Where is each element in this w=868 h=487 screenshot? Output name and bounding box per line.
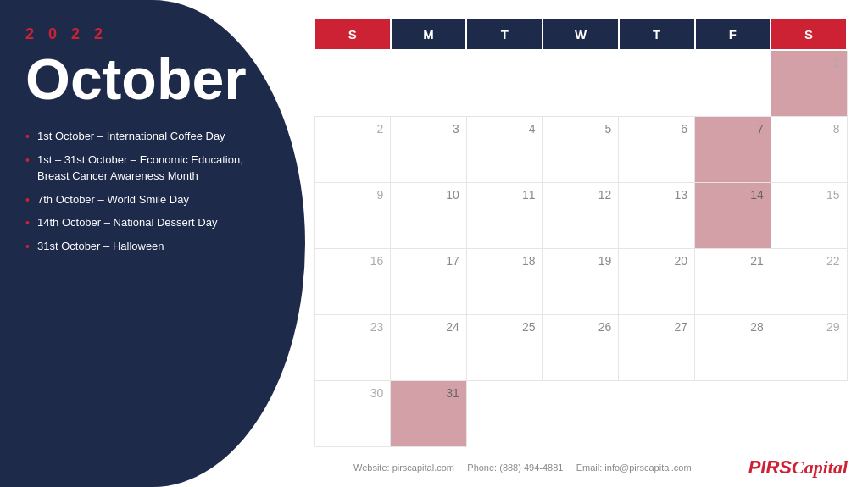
header-tuesday: T — [466, 18, 542, 50]
footer-website: Website: pirscapital.com — [353, 462, 454, 473]
calendar-day: 20 — [619, 248, 695, 314]
calendar-day: 12 — [542, 182, 619, 248]
calendar-day: 7 — [695, 116, 771, 182]
calendar-day: 15 — [771, 182, 847, 248]
calendar-day — [466, 380, 542, 446]
footer-contact: Website: pirscapital.com Phone: (888) 49… — [314, 462, 732, 473]
calendar-day: 17 — [391, 248, 467, 314]
calendar-day — [771, 380, 847, 446]
calendar-day: 14 — [695, 182, 771, 248]
calendar-day — [391, 50, 467, 116]
calendar-day: 10 — [391, 182, 467, 248]
footer-logo: PIRSCapital — [748, 457, 848, 479]
header-thursday: T — [619, 18, 695, 50]
footer: Website: pirscapital.com Phone: (888) 49… — [314, 451, 848, 479]
footer-phone: Phone: (888) 494-4881 — [467, 462, 563, 473]
calendar-day: 8 — [771, 116, 847, 182]
calendar-day: 3 — [391, 116, 467, 182]
calendar-table: S M T W T F S 12345678910111213141516171… — [314, 17, 848, 447]
calendar-week-row: 16171819202122 — [314, 248, 847, 314]
footer-logo-cursive: Capital — [792, 457, 848, 478]
calendar-day — [542, 380, 619, 446]
calendar-week-row: 9101112131415 — [314, 182, 847, 248]
main-container: 2 0 2 2 October 1st October – Internatio… — [0, 0, 868, 487]
month-title: October — [25, 50, 271, 108]
calendar-day: 16 — [314, 248, 391, 314]
calendar-body: 1234567891011121314151617181920212223242… — [314, 50, 847, 447]
calendar-day: 27 — [619, 314, 695, 380]
calendar-day: 4 — [466, 116, 542, 182]
calendar-day — [314, 50, 391, 116]
header-sunday: S — [314, 18, 391, 50]
calendar-day — [466, 50, 542, 116]
calendar-day: 5 — [542, 116, 619, 182]
calendar-week-row: 23242526272829 — [314, 314, 847, 380]
calendar-header-row: S M T W T F S — [314, 18, 847, 50]
event-item: 7th October – World Smile Day — [25, 191, 271, 208]
left-panel: 2 0 2 2 October 1st October – Internatio… — [0, 0, 305, 487]
calendar-day — [695, 380, 771, 446]
calendar-week-row: 1 — [314, 50, 847, 116]
calendar-day: 13 — [619, 182, 695, 248]
year-label: 2 0 2 2 — [25, 25, 271, 43]
calendar-day — [619, 50, 695, 116]
calendar-day: 28 — [695, 314, 771, 380]
calendar-day: 23 — [314, 314, 391, 380]
calendar-day: 25 — [466, 314, 542, 380]
calendar-day: 26 — [542, 314, 619, 380]
events-list: 1st October – International Coffee Day1s… — [25, 128, 271, 261]
calendar-day: 21 — [695, 248, 771, 314]
event-item: 14th October – National Dessert Day — [25, 214, 271, 231]
event-item: 31st October – Halloween — [25, 238, 271, 255]
header-friday: F — [695, 18, 771, 50]
calendar-day: 24 — [391, 314, 467, 380]
calendar-day: 30 — [314, 380, 391, 446]
calendar-day: 31 — [391, 380, 467, 446]
calendar-day: 19 — [542, 248, 619, 314]
header-monday: M — [391, 18, 467, 50]
calendar-day: 29 — [771, 314, 847, 380]
calendar-day: 18 — [466, 248, 542, 314]
calendar-day: 22 — [771, 248, 847, 314]
calendar-day: 11 — [466, 182, 542, 248]
calendar-day: 9 — [314, 182, 391, 248]
calendar-day — [695, 50, 771, 116]
footer-email: Email: info@pirscapital.com — [576, 462, 692, 473]
right-panel: S M T W T F S 12345678910111213141516171… — [305, 0, 868, 487]
footer-logo-text: PIRS — [748, 457, 792, 478]
calendar-day — [619, 380, 695, 446]
calendar-day: 2 — [314, 116, 391, 182]
calendar-week-row: 2345678 — [314, 116, 847, 182]
calendar-day: 1 — [771, 50, 847, 116]
event-item: 1st – 31st October – Economic Education,… — [25, 152, 271, 185]
header-saturday: S — [771, 18, 847, 50]
calendar-week-row: 3031 — [314, 380, 847, 446]
event-item: 1st October – International Coffee Day — [25, 128, 271, 145]
header-wednesday: W — [542, 18, 619, 50]
calendar-day: 6 — [619, 116, 695, 182]
calendar-day — [542, 50, 619, 116]
